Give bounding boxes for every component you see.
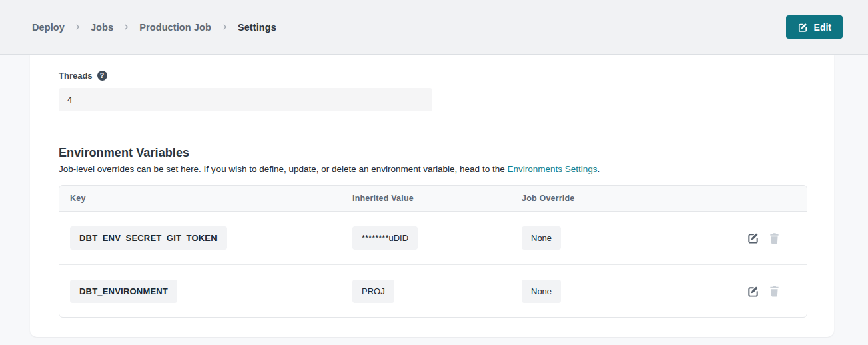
chevron-right-icon xyxy=(74,23,81,31)
edit-button[interactable]: Edit xyxy=(786,15,843,39)
table-row: DBT_ENV_SECRET_GIT_TOKEN ********uDID No… xyxy=(59,212,807,264)
env-var-job-override: None xyxy=(522,280,561,303)
breadcrumb-item-production-job[interactable]: Production Job xyxy=(139,22,211,33)
column-header-job-override: Job Override xyxy=(522,194,747,203)
environment-variables-section: Environment Variables Job-level override… xyxy=(59,146,807,318)
breadcrumb-item-deploy[interactable]: Deploy xyxy=(32,22,65,33)
env-var-key: DBT_ENV_SECRET_GIT_TOKEN xyxy=(70,226,227,250)
edit-pencil-square-icon xyxy=(747,232,759,244)
delete-row-button[interactable] xyxy=(769,285,780,297)
edit-row-button[interactable] xyxy=(747,285,759,298)
environment-variables-title: Environment Variables xyxy=(59,146,807,160)
chevron-right-icon xyxy=(221,23,228,31)
trash-icon xyxy=(769,285,780,297)
column-header-inherited-value: Inherited Value xyxy=(352,194,522,203)
edit-pencil-square-icon xyxy=(797,22,808,33)
breadcrumb-item-jobs[interactable]: Jobs xyxy=(91,22,113,33)
env-var-key: DBT_ENVIRONMENT xyxy=(70,280,177,303)
delete-row-button[interactable] xyxy=(769,232,780,244)
threads-input[interactable] xyxy=(59,88,432,111)
breadcrumb: Deploy Jobs Production Job Settings xyxy=(32,22,276,33)
description-text: Job-level overrides can be set here. If … xyxy=(59,164,507,174)
settings-card: Threads ? Environment Variables Job-leve… xyxy=(30,55,834,337)
table-header-row: Key Inherited Value Job Override xyxy=(59,186,807,212)
environments-settings-link[interactable]: Environments Settings xyxy=(507,164,597,174)
column-header-key: Key xyxy=(70,194,352,203)
threads-label: Threads xyxy=(59,71,93,81)
env-var-inherited-value: PROJ xyxy=(352,280,394,303)
env-var-inherited-value: ********uDID xyxy=(352,226,418,250)
edit-row-button[interactable] xyxy=(747,232,759,244)
top-bar: Deploy Jobs Production Job Settings Edit xyxy=(0,0,868,55)
edit-button-label: Edit xyxy=(814,22,831,33)
environment-variables-table: Key Inherited Value Job Override DBT_ENV… xyxy=(59,185,807,318)
question-mark-circle-icon[interactable]: ? xyxy=(97,71,107,81)
env-var-job-override: None xyxy=(522,226,561,250)
trash-icon xyxy=(769,232,780,244)
description-period: . xyxy=(598,164,600,174)
environment-variables-description: Job-level overrides can be set here. If … xyxy=(59,164,807,174)
edit-pencil-square-icon xyxy=(747,285,759,298)
table-row: DBT_ENVIRONMENT PROJ None xyxy=(59,264,807,317)
chevron-right-icon xyxy=(123,23,130,31)
breadcrumb-item-settings: Settings xyxy=(238,22,276,33)
threads-field-header: Threads ? xyxy=(59,71,807,81)
